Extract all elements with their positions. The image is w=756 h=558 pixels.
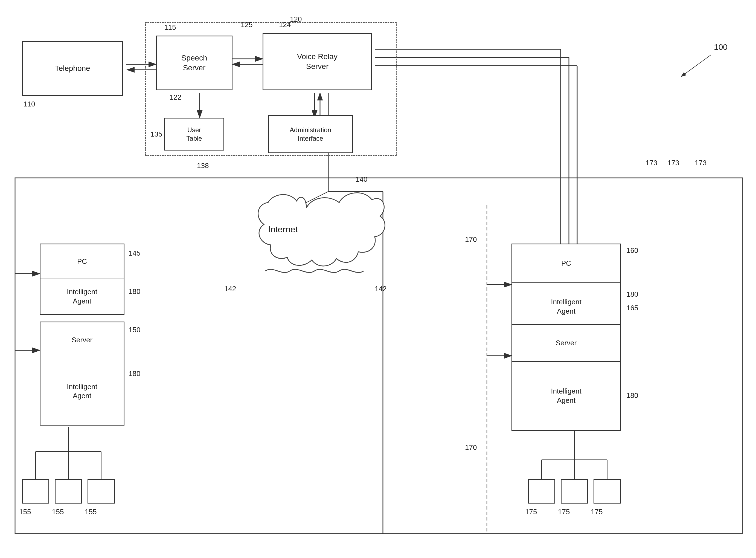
speech-server-label: SpeechServer — [181, 53, 207, 73]
ref-173c: 173 — [695, 159, 706, 167]
ref-142a: 142 — [224, 285, 236, 293]
ref-142b: 142 — [375, 285, 386, 293]
admin-interface-label: AdministrationInterface — [290, 126, 331, 143]
ref-122: 122 — [169, 93, 181, 102]
ref-175b: 175 — [558, 508, 570, 516]
diagram-container: Telephone 110 120 SpeechServer 115 122 U… — [0, 0, 756, 558]
intelligent-agent-right-2: IntelligentAgent — [512, 362, 620, 430]
ref-124: 124 — [279, 21, 291, 29]
ref-140: 140 — [356, 175, 367, 184]
intelligent-agent-right-1: IntelligentAgent — [512, 283, 620, 330]
server-left-outer: Server IntelligentAgent — [40, 322, 125, 426]
pc-left-outer: PC IntelligentAgent — [40, 244, 125, 315]
device-right-2 — [561, 479, 588, 504]
voice-relay-server-box: Voice RelayServer — [263, 33, 372, 90]
ref-170a: 170 — [465, 235, 477, 244]
ref-170b: 170 — [465, 443, 477, 452]
device-right-1 — [528, 479, 555, 504]
ia-left-2-label: IntelligentAgent — [67, 382, 97, 401]
ref-155c: 155 — [85, 508, 97, 516]
ref-175c: 175 — [591, 508, 602, 516]
server-right-top: Server — [512, 325, 620, 362]
server-left-label: Server — [72, 335, 93, 345]
ref-110: 110 — [23, 100, 35, 108]
ref-173a: 173 — [646, 159, 657, 167]
pc-right-outer: PC IntelligentAgent — [511, 244, 621, 331]
pc-left-label: PC — [77, 257, 87, 266]
ref-138: 138 — [197, 161, 209, 170]
ref-100: 100 — [714, 43, 728, 52]
ref-165: 165 — [626, 304, 638, 312]
ref-150: 150 — [129, 326, 140, 334]
ia-left-1-label: IntelligentAgent — [67, 287, 97, 306]
server-right-outer: Server IntelligentAgent — [511, 324, 621, 431]
device-left-3 — [87, 479, 115, 504]
pc-right-label: PC — [561, 259, 571, 268]
telephone-box: Telephone — [22, 41, 123, 96]
ia-right-2-label: IntelligentAgent — [551, 387, 581, 405]
admin-interface-box: AdministrationInterface — [268, 115, 353, 153]
svg-line-42 — [681, 55, 711, 77]
ref-135: 135 — [151, 130, 162, 138]
server-left-top: Server — [40, 322, 124, 358]
server-right-label: Server — [556, 338, 577, 348]
ref-155b: 155 — [52, 508, 64, 516]
ref-155a: 155 — [19, 508, 31, 516]
ref-145: 145 — [129, 249, 140, 257]
ref-115: 115 — [164, 23, 176, 32]
pc-left-top: PC — [40, 245, 124, 279]
voice-relay-server-label: Voice RelayServer — [297, 52, 338, 72]
ref-175a: 175 — [525, 508, 537, 516]
ref-160: 160 — [626, 246, 638, 255]
speech-server-box: SpeechServer — [156, 35, 233, 90]
ref-180b: 180 — [129, 370, 140, 378]
user-table-box: UserTable — [164, 118, 224, 151]
telephone-label: Telephone — [55, 64, 90, 73]
ref-120: 120 — [290, 15, 302, 24]
internet-cloud — [224, 186, 388, 290]
user-table-label: UserTable — [186, 126, 202, 143]
ref-180d: 180 — [626, 391, 638, 400]
ref-180a: 180 — [129, 287, 140, 296]
device-left-1 — [22, 479, 49, 504]
intelligent-agent-left-2: IntelligentAgent — [40, 358, 124, 425]
intelligent-agent-left-1: IntelligentAgent — [40, 279, 124, 314]
ref-125: 125 — [241, 21, 252, 29]
ia-right-1-label: IntelligentAgent — [551, 298, 581, 316]
ref-173b: 173 — [667, 159, 679, 167]
ref-180c: 180 — [626, 290, 638, 299]
pc-right-top: PC — [512, 245, 620, 283]
device-right-3 — [594, 479, 621, 504]
internet-label: Internet — [268, 224, 298, 234]
device-left-2 — [55, 479, 82, 504]
